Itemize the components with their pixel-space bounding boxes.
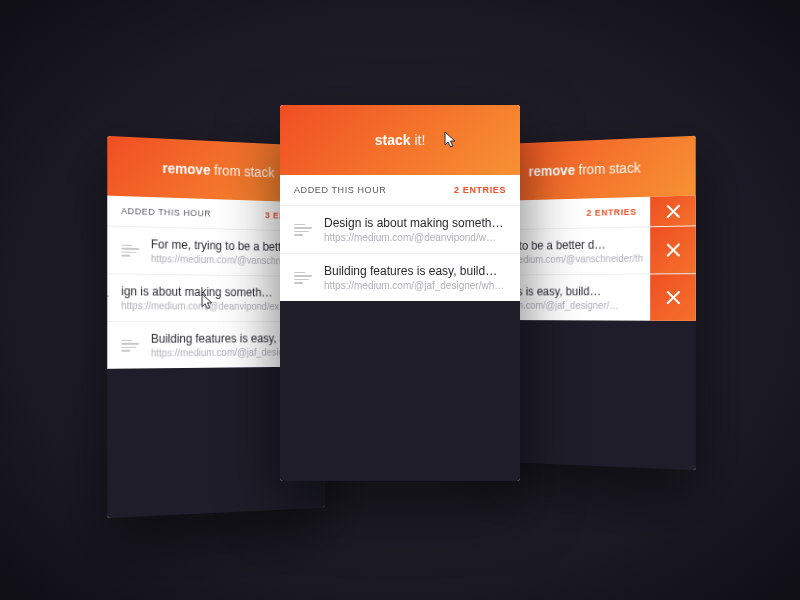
article-icon (107, 289, 109, 307)
entry-title: Design is about making someth… (324, 216, 506, 230)
entry-title: ign is about making someth… (121, 284, 298, 299)
entry-count: 2 ENTRIES (454, 185, 506, 195)
header-title-strong: remove (529, 162, 575, 179)
subheader: ADDED THIS HOUR 2 ENTRIES (280, 175, 520, 205)
subheader-label: ADDED THIS HOUR (294, 185, 386, 195)
article-icon (121, 241, 139, 259)
header-title-rest: it! (411, 132, 426, 148)
header-title-rest: from stack (575, 160, 641, 178)
subheader-label: ADDED THIS HOUR (121, 206, 211, 218)
delete-button[interactable] (650, 195, 696, 226)
entry-url: https://medium.com/@deanvipond/w… (324, 232, 506, 243)
header-title-strong: remove (162, 160, 210, 178)
entry-url: https://medium.com/@deanvipond/ex… (121, 300, 298, 312)
entry-title: Building features is easy, build… (324, 264, 506, 278)
entry-url: https://medium.com/@jaf_designer/wh… (324, 280, 506, 291)
card-body-dark (280, 301, 520, 481)
article-icon (294, 221, 312, 239)
header-title-strong: stack (375, 132, 411, 148)
article-icon (121, 336, 139, 354)
list-item[interactable]: Design is about making someth… https://m… (280, 205, 520, 253)
delete-button[interactable] (650, 274, 696, 321)
cursor-icon (442, 131, 458, 151)
entry-count: 2 ENTRIES (587, 207, 637, 218)
card-stack-it: stack it! ADDED THIS HOUR 2 ENTRIES Desi… (280, 105, 520, 481)
article-icon (294, 269, 312, 287)
delete-button[interactable] (650, 226, 696, 273)
header-title-rest: from stack (210, 162, 274, 180)
list-item[interactable]: Building features is easy, build… https:… (280, 253, 520, 301)
card-header[interactable]: stack it! (280, 105, 520, 175)
